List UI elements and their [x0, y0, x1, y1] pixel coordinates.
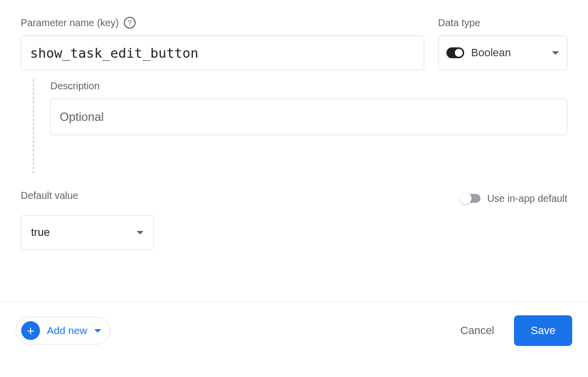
- chevron-down-icon: [137, 231, 144, 234]
- use-in-app-label: Use in-app default: [487, 193, 567, 204]
- default-value-select[interactable]: true: [21, 215, 154, 250]
- parameter-name-label-row: Parameter name (key) ?: [21, 16, 424, 30]
- default-value-selected: true: [31, 226, 50, 239]
- data-type-select[interactable]: Boolean: [438, 36, 567, 70]
- description-input[interactable]: [50, 99, 567, 135]
- parameter-name-label: Parameter name (key): [21, 17, 119, 29]
- description-content: Description: [45, 79, 567, 174]
- default-value-col: Default value: [21, 188, 78, 208]
- add-new-label: Add new: [47, 325, 87, 337]
- add-new-button[interactable]: + Add new: [16, 317, 110, 344]
- description-label: Description: [50, 79, 567, 93]
- indent-rail: [21, 79, 45, 174]
- boolean-type-icon: [446, 47, 464, 58]
- plus-icon: +: [21, 321, 40, 340]
- use-in-app-row: Use in-app default: [461, 193, 567, 204]
- description-block: Description: [21, 79, 567, 174]
- parameter-name-input[interactable]: [21, 36, 424, 70]
- chevron-down-icon: [94, 329, 101, 333]
- cancel-button[interactable]: Cancel: [456, 319, 498, 342]
- parameter-name-col: Parameter name (key) ?: [21, 16, 424, 70]
- data-type-label: Data type: [438, 16, 567, 30]
- default-value-label: Default value: [21, 188, 78, 202]
- top-row: Parameter name (key) ? Data type Boolean: [21, 16, 567, 70]
- footer: + Add new Cancel Save: [0, 302, 588, 360]
- help-icon[interactable]: ?: [124, 17, 136, 29]
- default-row: Default value Use in-app default: [21, 188, 567, 208]
- use-in-app-switch[interactable]: [461, 194, 480, 203]
- save-button[interactable]: Save: [514, 315, 572, 346]
- footer-actions: Cancel Save: [456, 315, 572, 346]
- dashed-rail-line: [33, 79, 34, 174]
- data-type-col: Data type Boolean: [438, 16, 567, 70]
- chevron-down-icon: [552, 51, 559, 55]
- data-type-selected: Boolean: [471, 46, 545, 59]
- parameter-form: Parameter name (key) ? Data type Boolean…: [0, 0, 588, 250]
